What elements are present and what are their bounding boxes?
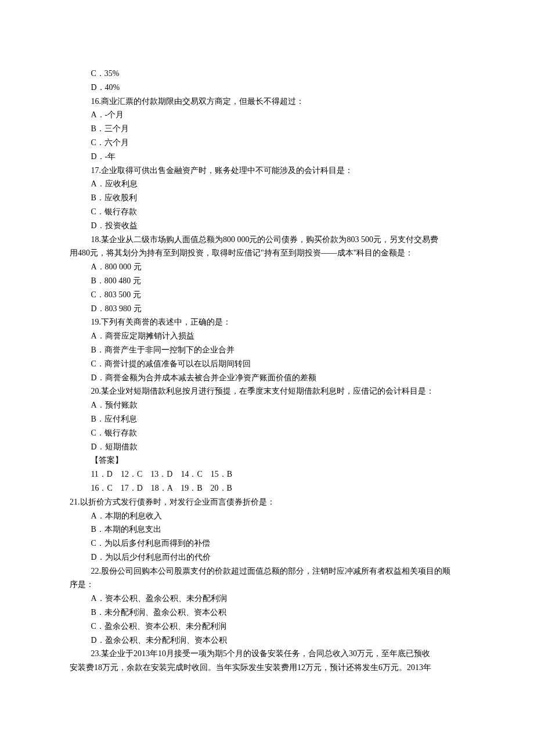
document-body: C．35%D．40%16.商业汇票的付款期限由交易双方商定，但最长不得超过：A．… — [70, 67, 464, 675]
text-line: B．800 480 元 — [70, 274, 464, 288]
text-line: B．商誉产生于非同一控制下的企业合并 — [70, 343, 464, 357]
text-line: A．-个月 — [70, 108, 464, 122]
text-line: A．资本公积、盈余公积、未分配利润 — [70, 592, 464, 606]
text-line: D．为以后少付利息而付出的代价 — [70, 550, 464, 564]
text-line: B．未分配利润、盈余公积、资本公积 — [70, 606, 464, 620]
text-line: 【答案】 — [70, 453, 464, 467]
text-line: C．银行存款 — [70, 205, 464, 219]
text-line: D．40% — [70, 81, 464, 95]
text-line: 安装费18万元，余款在安装完成时收回。当年实际发生安装费用12万元，预计还将发生… — [70, 661, 464, 675]
text-line: C．银行存款 — [70, 426, 464, 440]
text-line: A．商誉应定期摊销计入损益 — [70, 329, 464, 343]
text-line: C．商誉计提的减值准备可以在以后期间转回 — [70, 357, 464, 371]
text-line: 21.以折价方式发行债券时，对发行企业而言债券折价是： — [70, 495, 464, 509]
text-line: 用480元，将其划分为持有至到期投资，取得时应借记"持有至到期投资——成本"科目… — [70, 246, 464, 260]
text-line: D．商誉金额为合并成本减去被合并企业净资产账面价值的差额 — [70, 371, 464, 385]
document-page: C．35%D．40%16.商业汇票的付款期限由交易双方商定，但最长不得超过：A．… — [0, 0, 534, 756]
text-line: D．盈余公积、未分配利润、资本公积 — [70, 633, 464, 647]
text-line: C．六个月 — [70, 136, 464, 150]
text-line: B．三个月 — [70, 122, 464, 136]
text-line: 16．C 17．D 18．A 19．B 20．B — [70, 481, 464, 495]
text-line: 23.某企业于2013年10月接受一项为期5个月的设备安装任务，合同总收入30万… — [70, 647, 464, 661]
text-line: A．本期的利息收入 — [70, 509, 464, 523]
text-line: C．为以后多付利息而得到的补偿 — [70, 537, 464, 550]
text-line: 22.股份公司回购本公司股票支付的价款超过面值总额的部分，注销时应冲减所有者权益… — [70, 564, 464, 578]
text-line: B．本期的利息支出 — [70, 523, 464, 537]
text-line: B．应收股利 — [70, 191, 464, 205]
text-line: 序是： — [70, 578, 464, 592]
text-line: 11．D 12．C 13．D 14．C 15．B — [70, 467, 464, 481]
text-line: D．投资收益 — [70, 219, 464, 233]
text-line: D．短期借款 — [70, 440, 464, 454]
text-line: C．盈余公积、资本公积、未分配利润 — [70, 620, 464, 633]
text-line: A．预付账款 — [70, 398, 464, 412]
text-line: 19.下列有关商誉的表述中，正确的是： — [70, 315, 464, 329]
text-line: C．35% — [70, 67, 464, 81]
text-line: C．803 500 元 — [70, 288, 464, 302]
text-line: A．应收利息 — [70, 177, 464, 191]
text-line: D．-年 — [70, 150, 464, 164]
text-line: 20.某企业对短期借款利息按月进行预提，在季度末支付短期借款利息时，应借记的会计… — [70, 384, 464, 398]
text-line: 17.企业取得可供出售金融资产时，账务处理中不可能涉及的会计科目是： — [70, 164, 464, 178]
text-line: 16.商业汇票的付款期限由交易双方商定，但最长不得超过： — [70, 95, 464, 109]
text-line: D．803 980 元 — [70, 302, 464, 316]
text-line: 18.某企业从二级市场购人面值总额为800 000元的公司债券，购买价款为803… — [70, 233, 464, 247]
text-line: A．800 000 元 — [70, 260, 464, 274]
text-line: B．应付利息 — [70, 412, 464, 426]
